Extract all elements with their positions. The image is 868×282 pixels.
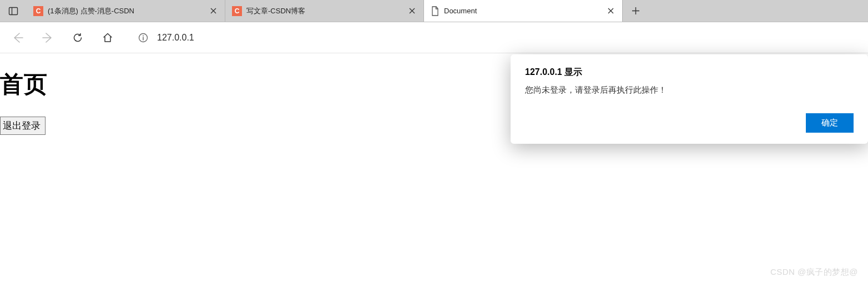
panel-icon: [8, 6, 18, 16]
arrow-right-icon: [42, 32, 54, 44]
forward-button[interactable]: [33, 26, 62, 50]
tab-close-button[interactable]: [406, 5, 418, 17]
refresh-button[interactable]: [63, 26, 92, 50]
close-icon: [409, 8, 415, 14]
tab-strip: C (1条消息) 点赞-消息-CSDN C 写文章-CSDN博客 Documen…: [0, 0, 868, 22]
tab-csdn-messages[interactable]: C (1条消息) 点赞-消息-CSDN: [27, 0, 225, 22]
tab-actions-button[interactable]: [0, 0, 27, 22]
svg-point-3: [143, 35, 144, 36]
csdn-favicon-icon: C: [232, 6, 242, 16]
tab-title: (1条消息) 点赞-消息-CSDN: [48, 6, 203, 16]
alert-message: 您尚未登录，请登录后再执行此操作！: [525, 85, 854, 95]
tab-title: Document: [444, 7, 600, 15]
refresh-icon: [72, 32, 83, 43]
svg-rect-0: [9, 7, 18, 14]
home-button[interactable]: [93, 26, 122, 50]
close-icon: [210, 8, 216, 14]
url-text: 127.0.0.1: [157, 33, 194, 43]
watermark: CSDN @疯子的梦想@: [770, 267, 858, 278]
file-icon: [431, 6, 440, 16]
alert-title: 127.0.0.1 显示: [525, 67, 854, 78]
tab-csdn-write[interactable]: C 写文章-CSDN博客: [225, 0, 424, 22]
home-icon: [102, 32, 113, 43]
alert-ok-button[interactable]: 确定: [806, 113, 854, 133]
plus-icon: [632, 7, 640, 15]
site-info-button[interactable]: [137, 32, 149, 44]
csdn-favicon-icon: C: [33, 6, 43, 16]
browser-toolbar: 127.0.0.1: [0, 22, 868, 53]
tab-title: 写文章-CSDN博客: [246, 6, 401, 16]
close-icon: [608, 8, 614, 14]
logout-button[interactable]: 退出登录: [0, 117, 46, 135]
address-bar[interactable]: 127.0.0.1: [129, 28, 865, 48]
arrow-left-icon: [12, 32, 24, 44]
back-button[interactable]: [3, 26, 32, 50]
tab-document[interactable]: Document: [424, 0, 623, 22]
javascript-alert-dialog: 127.0.0.1 显示 您尚未登录，请登录后再执行此操作！ 确定: [511, 54, 868, 144]
tab-close-button[interactable]: [207, 5, 219, 17]
tab-close-button[interactable]: [604, 5, 617, 17]
new-tab-button[interactable]: [623, 0, 648, 22]
alert-actions: 确定: [525, 113, 854, 133]
info-icon: [138, 33, 148, 43]
